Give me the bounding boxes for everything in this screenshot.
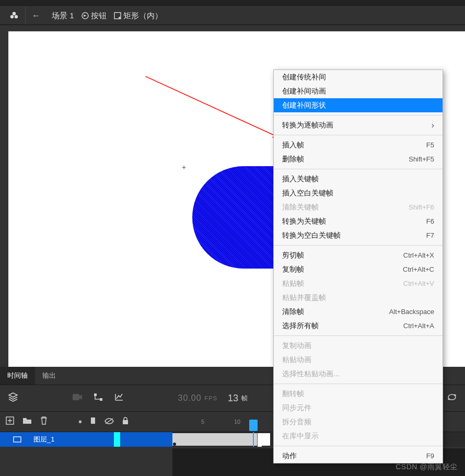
frame-context-menu: 创建传统补间创建补间动画创建补间形状转换为逐帧动画插入帧F5删除帧Shift+F… xyxy=(273,69,443,463)
menu-item-label: 转换为逐帧动画 xyxy=(282,121,333,130)
svg-rect-7 xyxy=(73,394,79,400)
svg-rect-8 xyxy=(94,393,97,396)
new-folder-icon[interactable] xyxy=(22,416,32,427)
playhead[interactable] xyxy=(253,432,254,447)
menu-item-label: 动作 xyxy=(282,451,297,461)
menu-separator xyxy=(274,335,443,336)
menu-item[interactable]: 创建补间形状 xyxy=(274,98,443,112)
menu-item[interactable]: 插入关键帧 xyxy=(274,172,443,186)
titlebar-strip xyxy=(0,0,465,6)
outline-icon[interactable] xyxy=(89,416,97,427)
svg-rect-13 xyxy=(123,420,128,424)
button-symbol-icon xyxy=(80,11,90,20)
menu-item-label: 复制帧 xyxy=(282,265,304,274)
menu-item-label: 清除帧 xyxy=(282,307,304,317)
menu-item[interactable]: 动作F9 xyxy=(274,449,443,463)
menu-item-label: 转换为空白关键帧 xyxy=(282,231,341,240)
menu-item[interactable]: 创建传统补间 xyxy=(274,70,443,84)
menu-separator xyxy=(274,384,443,384)
menu-item-label: 转换为关键帧 xyxy=(282,217,326,226)
layer-parent-icon[interactable] xyxy=(93,392,103,404)
menu-item-label: 粘贴帧 xyxy=(282,279,304,288)
fps-value[interactable]: 30.00 xyxy=(178,393,202,403)
menu-item-shortcut: Shift+F5 xyxy=(409,155,434,163)
menu-item-label: 创建补间动画 xyxy=(282,87,326,96)
svg-rect-11 xyxy=(91,417,95,424)
menu-item: 同步元件 xyxy=(274,401,443,415)
breadcrumb-scene[interactable]: 场景 1 xyxy=(52,11,74,21)
layer-type-icon xyxy=(13,435,22,444)
menu-item-label: 在库中显示 xyxy=(282,432,319,441)
shape-symbol-icon xyxy=(113,11,122,20)
svg-point-2 xyxy=(15,15,18,18)
edit-bar: ← 场景 1 按钮 矩形（内） xyxy=(0,6,465,25)
tab-timeline[interactable]: 时间轴 xyxy=(0,367,35,385)
menu-item-label: 选择性粘贴动画... xyxy=(282,369,340,379)
menu-item[interactable]: 清除帧Alt+Backspace xyxy=(274,305,443,319)
scene-label: 场景 1 xyxy=(52,11,74,21)
menu-separator xyxy=(274,245,443,246)
ruler-tick-5: 5 xyxy=(201,419,204,425)
menu-item-label: 插入关键帧 xyxy=(282,175,319,184)
menu-item-label: 翻转帧 xyxy=(282,389,304,399)
frame-span[interactable] xyxy=(172,433,257,446)
svg-line-6 xyxy=(145,76,280,138)
graph-icon[interactable] xyxy=(114,392,124,404)
menu-item-shortcut: F9 xyxy=(426,452,434,460)
menu-item-label: 创建传统补间 xyxy=(282,73,326,82)
menu-item: 拆分音频 xyxy=(274,415,443,429)
camera-icon[interactable] xyxy=(72,393,83,404)
menu-item-shortcut: Ctrl+Alt+C xyxy=(403,265,434,273)
svg-rect-14 xyxy=(14,437,21,442)
menu-item-label: 清除关键帧 xyxy=(282,203,319,212)
menu-item[interactable]: 转换为关键帧F6 xyxy=(274,214,443,228)
menu-item-label: 粘贴动画 xyxy=(282,355,311,365)
svg-rect-9 xyxy=(100,398,102,401)
current-frame[interactable]: 13 xyxy=(228,393,238,404)
layer-name[interactable]: 图层_1 xyxy=(33,435,54,444)
fps-label: FPS xyxy=(205,395,217,401)
frame-label: 帧 xyxy=(241,394,248,403)
menu-separator xyxy=(274,115,443,115)
back-arrow[interactable]: ← xyxy=(29,8,43,24)
svg-point-1 xyxy=(10,15,14,18)
menu-item-label: 同步元件 xyxy=(282,403,311,413)
watermark: CSDN @雨翼轻尘 xyxy=(396,462,458,472)
menu-item: 选择性粘贴动画... xyxy=(274,367,443,381)
visibility-icon[interactable] xyxy=(104,416,114,427)
menu-item-shortcut: Alt+Backspace xyxy=(389,308,434,316)
highlight-dot-icon[interactable]: • xyxy=(78,416,82,428)
registration-crosshair: + xyxy=(182,163,186,171)
menu-item-shortcut: Ctrl+Alt+A xyxy=(403,322,434,330)
new-layer-icon[interactable] xyxy=(5,416,15,428)
breadcrumb-shape-symbol[interactable]: 矩形（内） xyxy=(113,11,162,21)
menu-item-shortcut: Ctrl+Alt+X xyxy=(403,251,434,259)
menu-item[interactable]: 选择所有帧Ctrl+Alt+A xyxy=(274,319,443,333)
menu-item[interactable]: 插入帧F5 xyxy=(274,138,443,152)
breadcrumb-button-symbol[interactable]: 按钮 xyxy=(80,11,107,21)
menu-item[interactable]: 剪切帧Ctrl+Alt+X xyxy=(274,248,443,262)
menu-item-shortcut: Ctrl+Alt+V xyxy=(403,280,434,287)
menu-item: 翻转帧 xyxy=(274,387,443,401)
lock-icon[interactable] xyxy=(122,416,129,427)
loop-icon[interactable] xyxy=(446,392,458,404)
delete-layer-icon[interactable] xyxy=(40,416,48,428)
menu-item[interactable]: 转换为空白关键帧F7 xyxy=(274,228,443,242)
menu-item[interactable]: 转换为逐帧动画 xyxy=(274,118,443,132)
ruler-tick-10: 10 xyxy=(234,419,240,425)
shape-symbol-label: 矩形（内） xyxy=(123,11,162,21)
frame-span-end[interactable] xyxy=(257,433,270,446)
layers-icon[interactable] xyxy=(7,391,19,405)
menu-separator xyxy=(274,169,443,169)
menu-item-label: 选择所有帧 xyxy=(282,321,319,331)
menu-item-label: 插入空白关键帧 xyxy=(282,189,333,198)
menu-item[interactable]: 删除帧Shift+F5 xyxy=(274,152,443,166)
tab-output[interactable]: 输出 xyxy=(35,367,63,385)
menu-item-label: 粘贴并覆盖帧 xyxy=(282,293,326,303)
app-icon[interactable] xyxy=(3,7,26,25)
menu-item[interactable]: 插入空白关键帧 xyxy=(274,186,443,200)
menu-item: 粘贴并覆盖帧 xyxy=(274,291,443,305)
menu-item[interactable]: 创建补间动画 xyxy=(274,84,443,98)
menu-item[interactable]: 复制帧Ctrl+Alt+C xyxy=(274,262,443,276)
menu-item-label: 插入帧 xyxy=(282,141,304,150)
